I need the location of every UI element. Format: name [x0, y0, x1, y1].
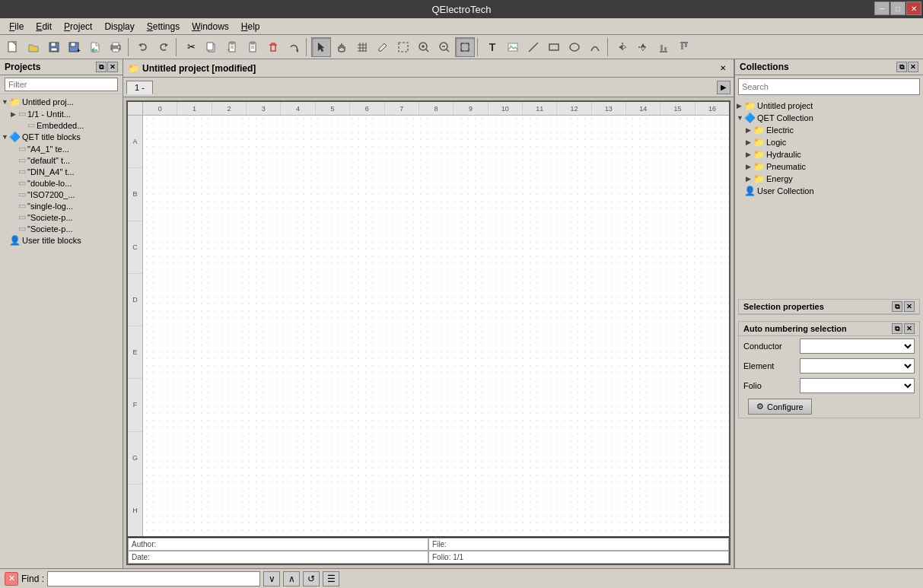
element-select[interactable] — [800, 358, 915, 373]
folio-row: Folio — [739, 376, 919, 396]
delete-button[interactable] — [263, 37, 283, 57]
tree-item-user-title-blocks[interactable]: 👤 User title blocks — [0, 234, 123, 246]
fit-button[interactable] — [455, 37, 475, 57]
align-bottom-button[interactable] — [654, 37, 673, 57]
titlebar: QElectroTech ─ □ ✕ — [0, 0, 923, 18]
auto-num-close-button[interactable]: ✕ — [904, 323, 915, 334]
arc-button[interactable] — [585, 37, 605, 57]
filter-input[interactable] — [5, 78, 118, 91]
coll-tree-item-hydraulic[interactable]: ▶ 📁 Hydraulic — [735, 148, 923, 161]
coll-tree-item-project[interactable]: ▶ 📁 Untitled project — [735, 100, 923, 112]
maximize-button[interactable]: □ — [890, 2, 905, 15]
close-button[interactable]: ✕ — [906, 2, 921, 15]
find-refresh-button[interactable]: ↺ — [303, 571, 320, 586]
tree-item-tb-societe1[interactable]: ▭ "Societe-p... — [0, 211, 123, 223]
conductor-select[interactable] — [800, 338, 915, 354]
grid-tool-button[interactable] — [352, 37, 372, 57]
coll-tree-item-qet[interactable]: ▼ 🔷 QET Collection — [735, 112, 923, 124]
menu-settings[interactable]: Settings — [141, 20, 186, 33]
zoom-in-button[interactable] — [414, 37, 434, 57]
paste-button[interactable] — [243, 37, 263, 57]
projects-panel-header: Projects ⧉ ✕ — [0, 59, 123, 75]
coll-tree-item-electric[interactable]: ▶ 📁 Electric — [735, 124, 923, 136]
find-next-button[interactable]: ∧ — [283, 571, 300, 586]
save-button[interactable] — [44, 37, 64, 57]
paste-special-button[interactable]: + — [222, 37, 242, 57]
find-prev-button[interactable]: ∨ — [263, 571, 280, 586]
find-options-button[interactable]: ☰ — [323, 571, 339, 586]
tree-item-folio1[interactable]: ▶ ▭ 1/1 - Untit... — [0, 108, 123, 119]
arrow-icon — [20, 122, 27, 129]
file-icon: ▭ — [18, 178, 26, 188]
doc-close-button[interactable]: ✕ — [717, 62, 729, 75]
text-button[interactable]: T — [482, 37, 502, 57]
coll-tree-item-user[interactable]: 👤 User Collection — [735, 185, 923, 197]
rect-button[interactable] — [544, 37, 564, 57]
menu-display[interactable]: Display — [98, 20, 140, 33]
menu-help[interactable]: Help — [235, 20, 266, 33]
tree-item-tb-double[interactable]: ▭ "double-lo... — [0, 177, 123, 189]
menu-windows[interactable]: Windows — [186, 20, 235, 33]
configure-button[interactable]: ⚙ Configure — [748, 399, 812, 415]
schematic-paper[interactable] — [143, 116, 729, 536]
tree-item-qet-title-blocks[interactable]: ▼ 🔷 QET title blocks — [0, 131, 123, 143]
import-button[interactable] — [85, 37, 105, 57]
select-tool-button[interactable] — [311, 37, 331, 57]
ellipse-button[interactable] — [565, 37, 584, 57]
sel-prop-close-button[interactable]: ✕ — [904, 301, 915, 312]
redo-button[interactable] — [154, 37, 173, 57]
tree-item-tb-societe2[interactable]: ▭ "Societe-p... — [0, 223, 123, 234]
image-button[interactable] — [503, 37, 523, 57]
tree-item-tb-single[interactable]: ▭ "single-log... — [0, 200, 123, 211]
rotate-button[interactable] — [284, 37, 304, 57]
tab-1[interactable]: 1 - — [126, 81, 153, 94]
row-F: F — [128, 379, 142, 431]
auto-num-float-button[interactable]: ⧉ — [892, 323, 902, 334]
tree-item-tb-iso[interactable]: ▭ "ISO7200_... — [0, 189, 123, 200]
tab-bar: 1 - ▶ — [123, 78, 734, 97]
collections-panel-close-button[interactable]: ✕ — [908, 62, 918, 72]
copy-button[interactable] — [202, 37, 221, 57]
coll-tree-item-pneumatic[interactable]: ▶ 📁 Pneumatic — [735, 161, 923, 173]
align-top-button[interactable] — [674, 37, 694, 57]
tree-item-project[interactable]: ▼ 📁 Untitled proj... — [0, 96, 123, 108]
zoom-out-button[interactable] — [434, 37, 454, 57]
menu-file[interactable]: File — [3, 20, 30, 33]
open-button[interactable] — [24, 37, 43, 57]
coll-tree-item-energy[interactable]: ▶ 📁 Energy — [735, 173, 923, 185]
menu-project[interactable]: Project — [58, 20, 98, 33]
folio-select[interactable] — [800, 378, 915, 393]
tree-item-tb-a4-1[interactable]: ▭ "A4_1" te... — [0, 143, 123, 154]
tree-item-embedded[interactable]: ▭ Embedded... — [0, 119, 123, 131]
sel-prop-float-button[interactable]: ⧉ — [892, 301, 902, 312]
cut-button[interactable]: ✂ — [181, 37, 201, 57]
tree-item-tb-din[interactable]: ▭ "DIN_A4" t... — [0, 166, 123, 177]
tab-nav-right[interactable]: ▶ — [717, 81, 730, 94]
flip-v-button[interactable] — [633, 37, 653, 57]
line-button[interactable] — [524, 37, 543, 57]
file-icon: ▭ — [18, 212, 26, 222]
coll-qet-label: QET Collection — [757, 113, 813, 122]
project-label: Untitled proj... — [22, 97, 74, 106]
projects-panel-float-button[interactable]: ⧉ — [96, 62, 107, 72]
folder-icon: 📁 — [744, 100, 756, 111]
element-row: Element — [739, 356, 919, 376]
print-button[interactable] — [106, 37, 126, 57]
flip-h-button[interactable] — [613, 37, 632, 57]
tree-item-tb-default[interactable]: ▭ "default" t... — [0, 154, 123, 166]
new-button[interactable] — [3, 37, 23, 57]
hand-tool-button[interactable] — [332, 37, 352, 57]
select-rect-button[interactable] — [393, 37, 413, 57]
selection-properties-header: Selection properties ⧉ ✕ — [739, 300, 919, 314]
find-input[interactable] — [47, 571, 260, 586]
coll-tree-item-logic[interactable]: ▶ 📁 Logic — [735, 136, 923, 148]
projects-panel-close-button[interactable]: ✕ — [107, 62, 118, 72]
undo-button[interactable] — [133, 37, 153, 57]
save-as-button[interactable]: + — [65, 37, 84, 57]
collection-search-input[interactable] — [738, 78, 920, 95]
menu-edit[interactable]: Edit — [30, 20, 58, 33]
find-close-button[interactable]: ✕ — [5, 572, 18, 586]
minimize-button[interactable]: ─ — [874, 2, 890, 15]
pen-tool-button[interactable] — [373, 37, 393, 57]
collections-panel-float-button[interactable]: ⧉ — [896, 62, 907, 72]
